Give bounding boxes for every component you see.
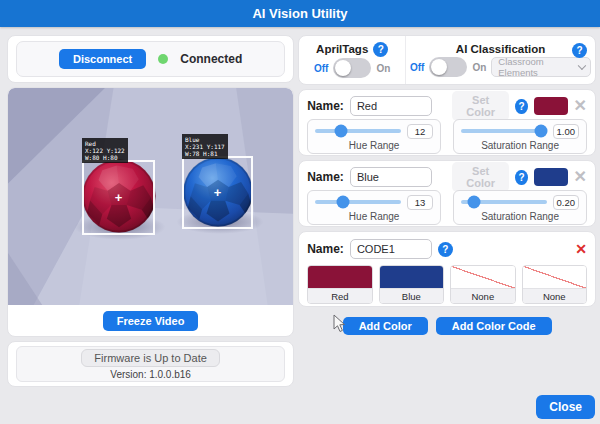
- code-slot-1[interactable]: Red: [307, 265, 372, 304]
- hue-range-label: Hue Range: [315, 140, 433, 151]
- ai-classification-section: AI Classification ? Off On Classroom Ele…: [405, 36, 595, 84]
- dataset-dropdown-value: Classroom Elements: [498, 56, 578, 78]
- add-color-button[interactable]: Add Color: [343, 317, 428, 335]
- firmware-card: Firmware is Up to Date Version: 1.0.0.b1…: [7, 341, 294, 387]
- remove-color-icon[interactable]: ✕: [574, 98, 587, 114]
- code-slot-color: [308, 266, 371, 288]
- close-button[interactable]: Close: [536, 395, 595, 419]
- apriltags-off-label: Off: [314, 63, 328, 74]
- apriltags-section: AprilTags ? Off On: [299, 36, 405, 84]
- color-swatch[interactable]: [534, 168, 568, 186]
- name-label: Name:: [307, 99, 344, 113]
- name-label: Name:: [307, 170, 344, 184]
- detection-name: Blue: [185, 136, 225, 143]
- detection-label-red: Red X:122 Y:122 W:80 H:80: [82, 138, 128, 163]
- color-help-icon[interactable]: ?: [515, 99, 527, 114]
- hue-slider-knob[interactable]: [334, 125, 347, 138]
- detection-center-cross: +: [214, 185, 222, 198]
- remove-color-icon[interactable]: ✕: [574, 169, 587, 185]
- ai-classification-title: AI Classification: [456, 43, 545, 55]
- saturation-value[interactable]: 1.00: [553, 124, 580, 139]
- apriltags-title: AprilTags: [316, 43, 368, 55]
- toggle-knob: [431, 59, 447, 75]
- color-name-row: Name: Set Color ? ✕: [307, 94, 587, 118]
- ai-classification-toggle-row: Off On Classroom Elements: [410, 57, 591, 77]
- hue-value[interactable]: 13: [407, 195, 433, 210]
- video-card: + Red X:122 Y:122 W:80 H:80 + Blue X:231…: [7, 87, 294, 337]
- camera-feed: + Red X:122 Y:122 W:80 H:80 + Blue X:231…: [8, 88, 293, 305]
- apriltags-toggle[interactable]: [333, 58, 371, 78]
- color-name-input[interactable]: [350, 167, 432, 187]
- apriltags-toggle-row: Off On: [314, 58, 390, 78]
- code-slot-color: [380, 266, 443, 288]
- code-slot-3[interactable]: None: [450, 265, 515, 304]
- title-bar: AI Vision Utility: [0, 0, 600, 27]
- detection-box-blue: +: [182, 156, 253, 229]
- left-column: Disconnect Connected: [7, 35, 294, 387]
- dataset-dropdown[interactable]: Classroom Elements: [491, 57, 591, 77]
- disconnect-button[interactable]: Disconnect: [59, 49, 146, 69]
- saturation-range-box: 0.20 Saturation Range: [453, 190, 587, 225]
- color-name-input[interactable]: [350, 96, 432, 116]
- detection-size: W:78 H:81: [185, 150, 225, 157]
- firmware-inner: Firmware is Up to Date Version: 1.0.0.b1…: [16, 346, 285, 382]
- hue-slider-knob[interactable]: [336, 196, 349, 209]
- freeze-row: Freeze Video: [8, 305, 293, 336]
- code-slot-2[interactable]: Blue: [379, 265, 444, 304]
- color-name-row: Name: Set Color ? ✕: [307, 165, 587, 189]
- hue-value[interactable]: 12: [407, 124, 433, 139]
- hue-range-label: Hue Range: [315, 211, 433, 222]
- color-code-row: Name: ? ✕ Red Blue None: [298, 231, 596, 307]
- code-help-icon[interactable]: ?: [438, 242, 453, 257]
- color-swatch[interactable]: [534, 97, 568, 115]
- saturation-slider-knob[interactable]: [534, 125, 547, 138]
- code-slot-label: None: [523, 288, 586, 303]
- toggle-knob: [335, 60, 351, 76]
- connected-status-dot: [158, 54, 168, 64]
- saturation-value[interactable]: 0.20: [553, 195, 580, 210]
- firmware-status-button: Firmware is Up to Date: [81, 349, 219, 367]
- apriltags-help-icon[interactable]: ?: [373, 42, 388, 57]
- apriltags-title-row: AprilTags ?: [316, 42, 388, 57]
- detection-label-blue: Blue X:231 Y:117 W:78 H:81: [182, 134, 228, 159]
- hue-slider-track[interactable]: [315, 129, 401, 133]
- detection-center-cross: +: [115, 190, 123, 203]
- feature-toggles-card: AprilTags ? Off On AI Classification ? O…: [298, 35, 596, 85]
- ai-classification-title-row: AI Classification: [456, 43, 545, 55]
- remove-color-code-icon[interactable]: ✕: [575, 242, 587, 256]
- code-slot-label: Blue: [380, 288, 443, 303]
- saturation-slider-track[interactable]: [461, 129, 546, 133]
- set-color-button: Set Color: [452, 162, 510, 192]
- ai-classification-off-label: Off: [410, 62, 424, 73]
- color-row-red: Name: Set Color ? ✕ 12 Hue Range: [298, 89, 596, 156]
- slider-row: 1.00: [461, 124, 579, 138]
- hue-slider-track[interactable]: [315, 200, 401, 204]
- firmware-version-label: Version: 1.0.0.b16: [110, 369, 191, 380]
- saturation-slider-track[interactable]: [461, 200, 546, 204]
- saturation-range-label: Saturation Range: [461, 211, 579, 222]
- add-color-code-button[interactable]: Add Color Code: [436, 317, 552, 335]
- right-column: AprilTags ? Off On AI Classification ? O…: [298, 35, 596, 387]
- hue-range-box: 13 Hue Range: [307, 190, 441, 225]
- range-row: 13 Hue Range 0.20 Saturation Range: [307, 190, 587, 225]
- detection-coords: X:231 Y:117: [185, 143, 225, 150]
- code-name-input[interactable]: [350, 239, 432, 259]
- slider-row: 12: [315, 124, 433, 138]
- set-color-button: Set Color: [452, 91, 510, 121]
- freeze-video-button[interactable]: Freeze Video: [103, 311, 199, 331]
- code-slot-4[interactable]: None: [522, 265, 587, 304]
- name-label: Name:: [307, 242, 344, 256]
- saturation-range-box: 1.00 Saturation Range: [453, 119, 587, 154]
- detection-name: Red: [85, 140, 125, 147]
- detection-box-red: +: [82, 160, 155, 235]
- ai-classification-help-icon[interactable]: ?: [572, 43, 587, 58]
- color-help-icon[interactable]: ?: [515, 170, 527, 185]
- detection-coords: X:122 Y:122: [85, 147, 125, 154]
- saturation-slider-knob[interactable]: [467, 196, 480, 209]
- slider-row: 13: [315, 195, 433, 209]
- saturation-range-label: Saturation Range: [461, 140, 579, 151]
- connection-inner: Disconnect Connected: [16, 41, 285, 77]
- code-slot-label: Red: [308, 288, 371, 303]
- ai-classification-toggle[interactable]: [429, 57, 467, 77]
- app-title: AI Vision Utility: [252, 6, 347, 21]
